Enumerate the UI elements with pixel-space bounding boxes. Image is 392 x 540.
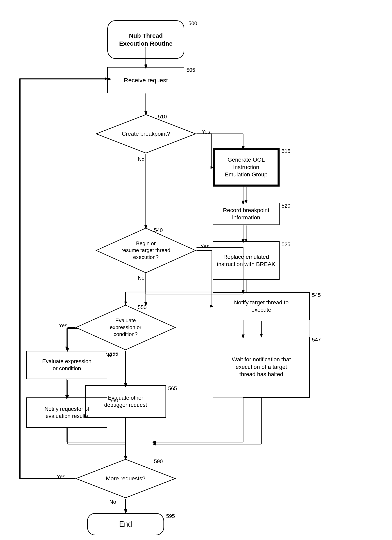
svg-marker-74 bbox=[152, 443, 156, 445]
step-590: 590 bbox=[154, 458, 163, 465]
no-label-510: No bbox=[138, 156, 144, 162]
notify-target-node: Notify target thread toexecute bbox=[213, 292, 310, 320]
step-550: 550 bbox=[138, 304, 147, 310]
no-label-540: No bbox=[138, 275, 144, 281]
yes-label-550: Yes bbox=[59, 322, 67, 329]
yes-label-540: Yes bbox=[201, 243, 209, 250]
step-515: 515 bbox=[282, 148, 290, 154]
step-505: 505 bbox=[186, 67, 195, 73]
record-breakpoint-node: Record breakpointinformation bbox=[213, 203, 279, 225]
step-595: 595 bbox=[166, 513, 175, 519]
evaluate-expr-action-node: Evaluate expressionor condition bbox=[26, 351, 107, 379]
svg-marker-28 bbox=[65, 347, 68, 351]
step-510: 510 bbox=[158, 114, 167, 120]
end-node: End bbox=[87, 513, 164, 535]
step-547: 547 bbox=[312, 337, 321, 343]
step-565: 565 bbox=[168, 385, 177, 392]
flowchart-diagram: Nub ThreadExecution Routine 500 Receive … bbox=[0, 0, 392, 540]
step-555: 555 bbox=[109, 351, 118, 357]
svg-marker-43 bbox=[124, 509, 127, 513]
step-540: 540 bbox=[154, 227, 163, 233]
wait-notification-node: Wait for notification thatexecution of a… bbox=[213, 337, 310, 397]
step-545: 545 bbox=[312, 292, 321, 298]
step-525: 525 bbox=[282, 241, 290, 248]
yes-label-590: Yes bbox=[57, 474, 65, 480]
generate-ool-node: Generate OOLInstructionEmulation Group bbox=[213, 148, 279, 187]
create-breakpoint-diamond: Create breakpoint? bbox=[95, 114, 196, 154]
receive-request-node: Receive request bbox=[107, 67, 184, 93]
start-node: Nub ThreadExecution Routine bbox=[107, 20, 184, 59]
evaluate-expression-diamond: Evaluateexpression orcondition? bbox=[75, 304, 176, 351]
svg-marker-25 bbox=[152, 441, 156, 444]
step-500: 500 bbox=[188, 20, 197, 27]
no-label-590: No bbox=[109, 499, 116, 505]
yes-label-510: Yes bbox=[201, 129, 210, 135]
step-520: 520 bbox=[282, 203, 290, 209]
begin-resume-diamond: Begin orresume target threadexecution? bbox=[95, 227, 196, 274]
replace-emulated-node: Replace emulatedinstruction with BREAK bbox=[213, 241, 279, 280]
evaluate-other-node: Evaluate otherdebugger request bbox=[85, 385, 166, 418]
